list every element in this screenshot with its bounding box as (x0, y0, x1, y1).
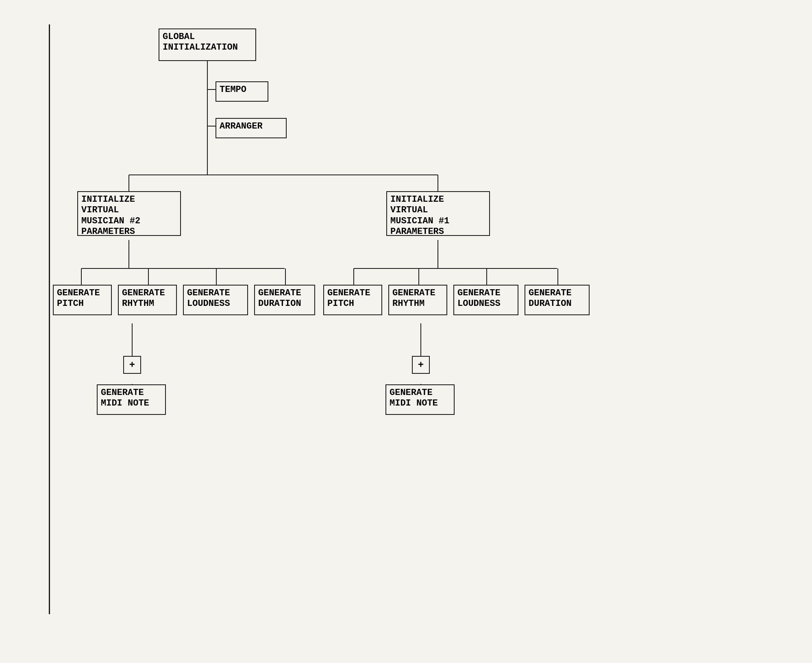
global-init-node: GLOBAL INITIALIZATION (159, 28, 256, 61)
gen-pitch-left-node: GENERATE PITCH (53, 285, 112, 315)
init-vm1-node: INITIALIZE VIRTUAL MUSICIAN #1 PARAMETER… (386, 191, 490, 236)
gen-midi-left-node: GENERATE MIDI NOTE (97, 384, 166, 415)
gen-pitch-right-node: GENERATE PITCH (323, 285, 382, 315)
connector-lines (0, 0, 812, 663)
init-vm2-node: INITIALIZE VIRTUAL MUSICIAN #2 PARAMETER… (77, 191, 181, 236)
gen-loudness-right-node: GENERATE LOUDNESS (453, 285, 518, 315)
gen-duration-left-node: GENERATE DURATION (254, 285, 315, 315)
tempo-node: TEMPO (216, 81, 268, 102)
plus-left: + (123, 356, 141, 374)
gen-rhythm-right-node: GENERATE RHYTHM (388, 285, 447, 315)
arranger-node: ARRANGER (216, 118, 287, 138)
gen-loudness-left-node: GENERATE LOUDNESS (183, 285, 248, 315)
left-vertical-bar (49, 24, 50, 614)
plus-right: + (412, 356, 430, 374)
gen-rhythm-left-node: GENERATE RHYTHM (118, 285, 177, 315)
gen-midi-right-node: GENERATE MIDI NOTE (385, 384, 455, 415)
gen-duration-right-node: GENERATE DURATION (525, 285, 590, 315)
diagram: GLOBAL INITIALIZATION TEMPO ARRANGER INI… (0, 0, 812, 663)
